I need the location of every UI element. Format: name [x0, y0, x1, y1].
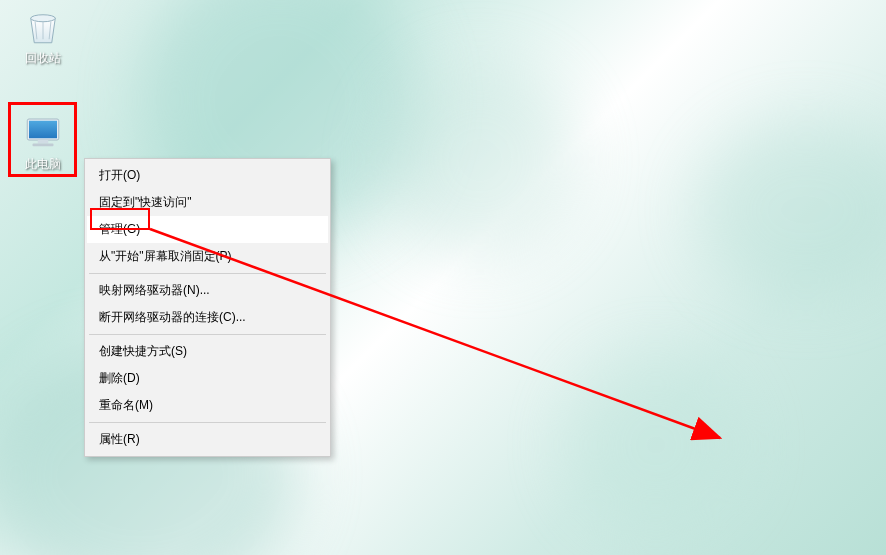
- svg-rect-2: [29, 121, 57, 139]
- menu-separator: [89, 422, 326, 423]
- menu-item-properties[interactable]: 属性(R): [87, 426, 328, 453]
- menu-item-manage[interactable]: 管理(G): [87, 216, 328, 243]
- svg-rect-4: [33, 144, 54, 147]
- desktop-icon-this-pc[interactable]: 此电脑: [8, 112, 78, 173]
- desktop-icon-recycle-bin[interactable]: 回收站: [8, 6, 78, 67]
- menu-item-create-shortcut[interactable]: 创建快捷方式(S): [87, 338, 328, 365]
- recycle-bin-icon: [22, 6, 64, 48]
- svg-rect-3: [38, 140, 49, 144]
- desktop-icon-label: 回收站: [8, 50, 78, 67]
- menu-separator: [89, 334, 326, 335]
- menu-item-pin-quick-access[interactable]: 固定到"快速访问": [87, 189, 328, 216]
- menu-item-rename[interactable]: 重命名(M): [87, 392, 328, 419]
- svg-point-0: [31, 15, 56, 22]
- context-menu: 打开(O) 固定到"快速访问" 管理(G) 从"开始"屏幕取消固定(P) 映射网…: [84, 158, 331, 457]
- desktop-bg-element: [696, 120, 886, 300]
- desktop-icon-label: 此电脑: [8, 156, 78, 173]
- computer-icon: [22, 112, 64, 154]
- menu-item-unpin-start[interactable]: 从"开始"屏幕取消固定(P): [87, 243, 328, 270]
- menu-item-map-network-drive[interactable]: 映射网络驱动器(N)...: [87, 277, 328, 304]
- menu-item-open[interactable]: 打开(O): [87, 162, 328, 189]
- menu-item-disconnect-network-drive[interactable]: 断开网络驱动器的连接(C)...: [87, 304, 328, 331]
- menu-item-delete[interactable]: 删除(D): [87, 365, 328, 392]
- menu-separator: [89, 273, 326, 274]
- desktop-bg-element: [380, 60, 580, 260]
- desktop-bg-element: [566, 355, 746, 535]
